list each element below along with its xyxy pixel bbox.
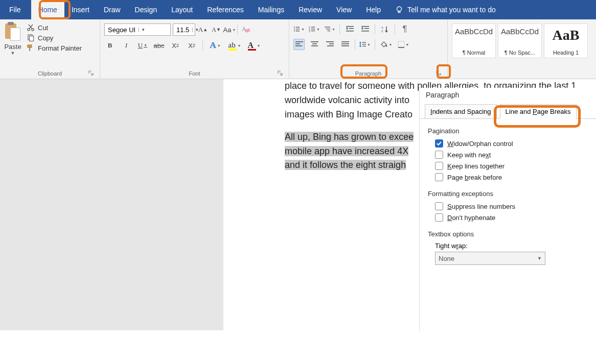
grow-font-button[interactable]: A▲ — [197, 24, 209, 35]
paragraph-launcher-icon[interactable] — [435, 69, 442, 77]
align-right-button[interactable] — [324, 39, 335, 50]
svg-rect-52 — [341, 45, 349, 46]
paste-dropdown-icon[interactable]: ▼ — [11, 51, 15, 56]
svg-marker-29 — [346, 27, 348, 29]
tab-insert[interactable]: Insert — [64, 0, 97, 19]
show-marks-button[interactable]: ¶ — [399, 23, 410, 35]
svg-rect-56 — [362, 42, 366, 42]
borders-button[interactable]: ▼ — [397, 39, 410, 50]
sort-button[interactable]: AZ — [379, 23, 391, 35]
tab-review[interactable]: Review — [291, 0, 329, 19]
increase-indent-button[interactable] — [359, 23, 371, 35]
style-name: Heading 1 — [546, 50, 585, 56]
font-name-combo[interactable]: Segoe UI ▼ — [104, 23, 171, 36]
superscript-button[interactable]: X2 — [186, 40, 197, 51]
group-label-clipboard: Clipboard — [3, 69, 97, 79]
format-painter-button[interactable]: Format Painter — [27, 44, 82, 52]
change-case-button[interactable]: Aa▼ — [224, 24, 235, 35]
tab-help[interactable]: Help — [359, 0, 388, 19]
svg-point-0 — [397, 7, 402, 11]
svg-rect-33 — [364, 28, 369, 29]
paste-icon — [4, 22, 21, 42]
group-paragraph: ▼ 123 ▼ ▼ AZ — [289, 19, 448, 79]
clear-formatting-button[interactable]: A — [240, 24, 251, 35]
font-size-combo[interactable]: 11.5 ▼ — [173, 23, 195, 36]
tab-view[interactable]: View — [329, 0, 359, 19]
svg-marker-30 — [346, 29, 348, 30]
style-name: ¶ Normal — [454, 50, 493, 56]
checkbox-icon — [435, 202, 443, 210]
style-heading1[interactable]: AaB Heading 1 — [544, 23, 588, 58]
clipboard-launcher-icon[interactable] — [87, 69, 95, 77]
checkbox-suppress-line-numbers[interactable]: Suppress line numbers — [428, 201, 588, 212]
style-no-spacing[interactable]: AaBbCcDd ¶ No Spac... — [498, 23, 542, 58]
font-launcher-icon[interactable] — [277, 69, 284, 77]
bold-button[interactable]: B — [104, 40, 116, 51]
cut-button[interactable]: Cut — [27, 23, 82, 32]
checkbox-keep-lines-together[interactable]: Keep lines together — [428, 160, 588, 172]
tab-design[interactable]: Design — [128, 0, 165, 19]
numbering-button[interactable]: 123 ▼ — [309, 23, 320, 35]
svg-line-4 — [29, 25, 33, 29]
italic-button[interactable]: I — [121, 40, 132, 51]
font-size-value: 11.5 — [176, 26, 189, 34]
checkbox-keep-with-next[interactable]: Keep with next — [428, 149, 588, 160]
svg-rect-41 — [295, 41, 303, 42]
svg-point-14 — [294, 29, 295, 30]
svg-rect-51 — [341, 43, 349, 44]
font-color-button[interactable]: A▼ — [247, 40, 261, 51]
svg-point-12 — [294, 27, 295, 28]
separator — [237, 25, 238, 35]
section-pagination: Pagination — [428, 127, 588, 135]
underline-button[interactable]: U▼ — [137, 40, 148, 51]
tab-references[interactable]: References — [200, 0, 251, 19]
subscript-button[interactable]: X2 — [170, 40, 181, 51]
paintbrush-icon — [27, 44, 35, 52]
line-spacing-button[interactable]: ▼ — [359, 39, 371, 50]
svg-rect-36 — [361, 31, 369, 32]
svg-rect-32 — [361, 26, 369, 27]
paste-button[interactable]: Paste ▼ — [3, 21, 25, 69]
decrease-indent-button[interactable] — [344, 23, 355, 35]
align-center-button[interactable] — [309, 39, 320, 50]
dialog-title: Paragraph — [420, 88, 596, 104]
svg-rect-57 — [362, 44, 366, 44]
tab-mailings[interactable]: Mailings — [251, 0, 291, 19]
style-normal[interactable]: AaBbCcDd ¶ Normal — [452, 23, 496, 58]
ribbon: Paste ▼ Cut Copy — [0, 19, 596, 79]
highlight-button[interactable]: ab▼ — [227, 40, 242, 51]
multilevel-list-button[interactable]: ▼ — [324, 23, 335, 35]
align-left-button[interactable] — [293, 39, 305, 50]
checkbox-page-break-before[interactable]: Page break before — [428, 172, 588, 183]
svg-rect-42 — [295, 43, 300, 44]
checkbox-dont-hyphenate[interactable]: Don't hyphenate — [428, 212, 588, 223]
shading-button[interactable]: ▼ — [379, 39, 393, 50]
tell-me-label: Tell me what you want to do — [407, 6, 496, 14]
separator — [339, 24, 340, 34]
shrink-font-button[interactable]: A▼ — [211, 24, 222, 35]
svg-rect-31 — [346, 31, 354, 32]
copy-button[interactable]: Copy — [27, 34, 82, 42]
justify-button[interactable] — [339, 39, 351, 50]
checkbox-widow-orphan[interactable]: Widow/Orphan control — [428, 138, 588, 149]
svg-rect-48 — [329, 43, 334, 44]
dialog-tab-indents[interactable]: Indents and Spacing — [425, 104, 497, 119]
group-font: Segoe UI ▼ 11.5 ▼ A▲ A▼ Aa▼ A B I U▼ — [100, 19, 289, 79]
group-label-paragraph: Paragraph — [292, 69, 444, 79]
dialog-tab-line-page-breaks[interactable]: Line and Page Breaks — [500, 104, 577, 119]
svg-rect-50 — [341, 41, 349, 42]
separator — [355, 39, 355, 50]
tab-file[interactable]: File — [0, 0, 31, 19]
strikethrough-button[interactable]: abc — [153, 40, 165, 51]
svg-marker-34 — [361, 27, 363, 29]
tight-wrap-select[interactable]: None ▼ — [435, 252, 545, 265]
svg-rect-24 — [325, 27, 330, 27]
text-effects-button[interactable]: A▼ — [208, 40, 222, 51]
tell-me-search[interactable]: Tell me what you want to do — [388, 0, 503, 19]
svg-rect-43 — [295, 45, 302, 46]
tab-draw[interactable]: Draw — [97, 0, 128, 19]
tab-layout[interactable]: Layout — [164, 0, 200, 19]
bullets-button[interactable]: ▼ — [293, 23, 305, 35]
chevron-down-icon: ▼ — [139, 28, 145, 32]
tab-home[interactable]: Home — [31, 0, 64, 19]
